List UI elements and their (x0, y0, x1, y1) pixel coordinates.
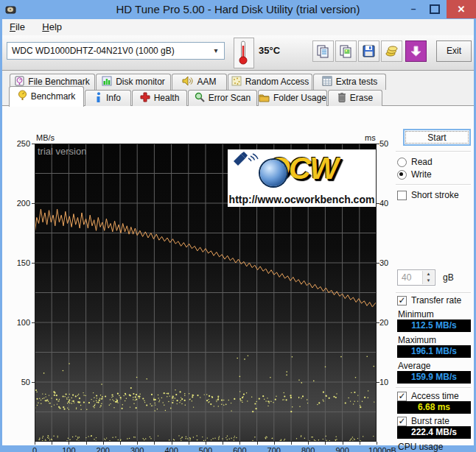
download-arrow-icon (409, 44, 423, 58)
save-button[interactable] (358, 40, 379, 62)
x-axis-tick-label: 900 (326, 446, 359, 452)
tab-label: Random Access (245, 77, 309, 87)
axis-tick (32, 263, 35, 264)
axis-tick (52, 442, 52, 445)
info-icon (95, 92, 102, 102)
short-stroke-value-field[interactable]: 40 ▲▼ (397, 269, 435, 286)
file-benchmark-icon (15, 76, 24, 86)
right-axis-tick-label: 30 (379, 258, 399, 267)
tab-erase[interactable]: Erase (328, 90, 382, 106)
axis-tick (257, 442, 258, 445)
write-radio[interactable] (397, 170, 407, 180)
divider (396, 387, 471, 389)
axis-tick (377, 263, 379, 264)
axis-tick (154, 442, 155, 445)
axis-tick (69, 442, 69, 445)
transfer-rate-label: Transfer rate (411, 295, 461, 306)
transfer-rate-checkbox[interactable]: ✓ (397, 296, 407, 306)
x-axis-tick-label: 700 (258, 446, 290, 452)
save-icon (362, 44, 376, 58)
menu-file[interactable]: File (2, 19, 32, 35)
minimize-button[interactable]: – (404, 0, 423, 18)
tab-info[interactable]: Info (85, 90, 131, 106)
drive-dropdown[interactable]: WDC WD1000DHTZ-04N21V0 (1000 gB) ▾ (7, 42, 225, 60)
spin-down-icon[interactable]: ▼ (423, 278, 434, 284)
trash-icon (337, 92, 346, 102)
burst-rate-checkbox[interactable]: ✓ (397, 417, 407, 426)
left-axis-tick-label: 250 (13, 139, 30, 148)
right-axis-tick-label: 40 (379, 199, 399, 208)
window-content: File Help WDC WD1000DHTZ-04N21V0 (1000 g… (2, 19, 474, 445)
left-axis-tick-label: 200 (13, 199, 30, 208)
ocw-logo-text: OCW (228, 151, 376, 186)
title-bar: HD Tune Pro 5.00 - Hard Disk Utility (tr… (0, 0, 476, 19)
axis-tick (377, 144, 379, 144)
copy-image-button[interactable] (335, 40, 357, 62)
x-axis-tick-label: 100 (52, 446, 85, 452)
maximize-icon (430, 4, 440, 14)
check-icon: ✓ (398, 391, 405, 401)
tab-label: Disk monitor (116, 77, 165, 87)
download-button[interactable] (405, 40, 427, 62)
maximize-button[interactable] (424, 0, 445, 18)
access-time-checkbox[interactable]: ✓ (397, 392, 407, 401)
close-button[interactable]: ✕ (447, 0, 476, 18)
read-label: Read (411, 157, 433, 167)
disk-monitor-icon (102, 76, 112, 86)
toolbar: WDC WD1000DHTZ-04N21V0 (1000 gB) ▾ 35°C (2, 35, 474, 71)
minimize-icon: – (411, 4, 416, 14)
tab-health[interactable]: Health (132, 90, 187, 106)
axis-tick (32, 203, 35, 204)
table-icon (322, 76, 332, 86)
tab-label: Benchmark (31, 91, 76, 102)
tab-label: AAM (197, 77, 216, 87)
coins-button[interactable] (381, 40, 402, 62)
tab-disk-monitor[interactable]: Disk monitor (96, 74, 171, 90)
burst-rate-value: 222.4 MB/s (397, 426, 471, 439)
close-icon: ✕ (458, 4, 466, 15)
short-stroke-label: Short stroke (411, 190, 459, 200)
axis-tick (172, 442, 172, 445)
divider (396, 184, 471, 186)
x-axis-tick-label: 400 (155, 446, 188, 452)
write-label: Write (411, 169, 432, 180)
axis-tick (120, 442, 121, 445)
axis-tick (32, 322, 35, 323)
tab-random-access[interactable]: Random Access (228, 74, 312, 90)
exit-button[interactable]: Exit (436, 40, 472, 62)
axis-tick (32, 382, 35, 383)
short-stroke-value: 40 (402, 272, 411, 283)
cpu-usage-label: CPU usage (398, 442, 443, 452)
left-axis-tick-label: 150 (13, 258, 30, 267)
copy-text-button[interactable] (312, 40, 334, 62)
menu-help[interactable]: Help (35, 19, 69, 35)
magnifier-icon (195, 92, 205, 102)
control-panel: Start Read Write Short stroke 40 ▲▼ gB ✓… (393, 106, 474, 445)
axis-tick (325, 442, 326, 445)
check-icon: ✓ (398, 295, 405, 306)
thermometer-icon (234, 38, 252, 66)
temperature-value: 35°C (259, 45, 280, 56)
left-axis-tick-label: 50 (13, 378, 30, 386)
axis-tick (377, 442, 377, 445)
spinner-buttons[interactable]: ▲▼ (422, 271, 434, 284)
tab-label: Extra tests (336, 77, 378, 87)
gb-unit-label: gB (443, 272, 454, 283)
read-radio[interactable] (397, 158, 407, 167)
x-axis-tick-label: 600 (223, 446, 256, 452)
axis-tick (206, 442, 206, 445)
axis-tick (35, 442, 35, 445)
average-value: 159.9 MB/s (397, 371, 471, 384)
tab-benchmark[interactable]: Benchmark (9, 86, 84, 107)
tab-extra-tests[interactable]: Extra tests (313, 74, 386, 90)
tab-error-scan[interactable]: Error Scan (188, 90, 257, 106)
globe-icon (260, 160, 287, 186)
average-label: Average (398, 361, 430, 371)
spin-up-icon[interactable]: ▲ (423, 271, 434, 278)
health-cross-icon (140, 92, 150, 102)
check-icon: ✓ (398, 416, 405, 426)
tab-aam[interactable]: AAM (172, 74, 227, 90)
tab-label: Folder Usage (273, 93, 326, 103)
tab-folder-usage[interactable]: Folder Usage (258, 90, 327, 106)
start-button[interactable]: Start (403, 129, 471, 146)
